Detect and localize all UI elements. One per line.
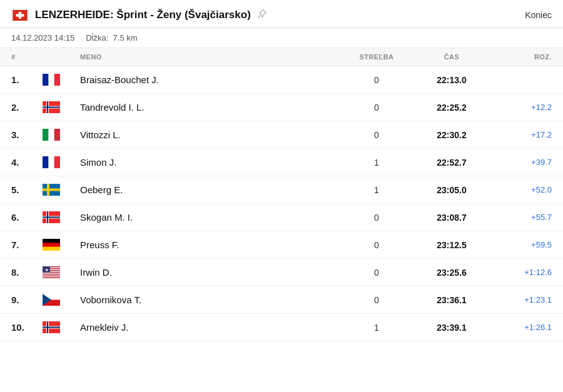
- rank-cell: 2.: [11, 102, 43, 113]
- diff-cell: +55.7: [489, 213, 552, 222]
- svg-rect-2: [16, 14, 24, 16]
- rank-cell: 6.: [11, 212, 43, 223]
- rank-cell: 8.: [11, 267, 43, 278]
- table-row[interactable]: 9. Vobornikova T. 0 23:36.1 +1:23.1: [0, 286, 563, 314]
- flag-cell: [43, 239, 80, 251]
- subheader: 14.12.2023 14:15 Dĺžka: 7.5 km: [0, 28, 563, 48]
- svg-rect-14: [43, 129, 48, 141]
- col-header-time: ČAS: [414, 53, 489, 61]
- svg-rect-6: [43, 74, 48, 86]
- rank-cell: 5.: [11, 184, 43, 195]
- name-cell: Skogan M. I.: [80, 212, 339, 223]
- name-cell: Preuss F.: [80, 239, 339, 250]
- col-header-name: MENO: [80, 53, 339, 61]
- page-header: LENZERHEIDE: Šprint - Ženy (Švajčiarsko)…: [0, 0, 563, 28]
- table-row[interactable]: 10. Arnekleiv J. 1 23:39.1 +1:26.1: [0, 314, 563, 341]
- col-header-shooting: STREĽBA: [339, 53, 414, 61]
- shooting-cell: 0: [339, 75, 414, 85]
- name-cell: Vittozzi L.: [80, 129, 339, 140]
- flag-cell: [43, 294, 80, 306]
- flag-cell: [43, 74, 80, 86]
- svg-rect-17: [43, 156, 48, 168]
- shooting-cell: 1: [339, 158, 414, 168]
- time-cell: 23:25.6: [414, 268, 489, 278]
- shooting-cell: 0: [339, 295, 414, 305]
- time-cell: 22:13.0: [414, 75, 489, 85]
- col-header-rank: #: [11, 53, 43, 61]
- shooting-cell: 0: [339, 240, 414, 250]
- name-cell: Vobornikova T.: [80, 294, 339, 305]
- table-row[interactable]: 2. Tandrevold I. L. 0 22:25.2 +12.2: [0, 94, 563, 121]
- rank-cell: 9.: [11, 294, 43, 305]
- name-cell: Oeberg E.: [80, 184, 339, 195]
- flag-cell: [43, 321, 80, 333]
- page-title: LENZERHEIDE: Šprint - Ženy (Švajčiarsko): [35, 9, 251, 21]
- diff-cell: +39.7: [489, 158, 552, 167]
- time-cell: 23:12.5: [414, 240, 489, 250]
- name-cell: Arnekleiv J.: [80, 322, 339, 333]
- diff-cell: +12.2: [489, 103, 552, 112]
- col-header-diff: ROZ.: [489, 53, 552, 61]
- col-header-flag: [43, 53, 80, 61]
- svg-rect-34: [43, 274, 60, 274]
- rank-cell: 3.: [11, 129, 43, 140]
- flag-cell: [43, 129, 80, 141]
- svg-line-3: [258, 16, 260, 18]
- time-cell: 23:05.0: [414, 185, 489, 195]
- time-cell: 22:52.7: [414, 158, 489, 168]
- table-row[interactable]: 4. Simon J. 1 22:52.7 +39.7: [0, 149, 563, 176]
- rank-cell: 10.: [11, 322, 43, 333]
- svg-rect-28: [43, 239, 60, 243]
- table-row[interactable]: 3. Vittozzi L. 0 22:30.2 +17.2: [0, 121, 563, 149]
- svg-rect-11: [43, 107, 60, 108]
- time-cell: 23:36.1: [414, 295, 489, 305]
- flag-cell: [43, 184, 80, 196]
- flag-cell: [43, 101, 80, 113]
- table-row[interactable]: 1. Braisaz-Bouchet J. 0 22:13.0: [0, 66, 563, 94]
- diff-cell: +1:12.6: [489, 268, 552, 277]
- rank-cell: 7.: [11, 239, 43, 250]
- name-cell: Simon J.: [80, 157, 339, 168]
- svg-rect-20: [43, 189, 60, 191]
- results-table: 1. Braisaz-Bouchet J. 0 22:13.0 2. Tandr…: [0, 66, 563, 341]
- table-row[interactable]: 5. Oeberg E. 1 23:05.0 +52.0: [0, 176, 563, 204]
- flag-cell: [43, 156, 80, 168]
- table-row[interactable]: 6. Skogan M. I. 0 23:08.7 +55.7: [0, 204, 563, 231]
- time-cell: 23:08.7: [414, 213, 489, 223]
- time-cell: 22:25.2: [414, 103, 489, 113]
- shooting-cell: 0: [339, 130, 414, 140]
- name-cell: Braisaz-Bouchet J.: [80, 74, 339, 85]
- pin-icon[interactable]: [257, 9, 267, 21]
- diff-cell: +1:23.1: [489, 295, 552, 304]
- diff-cell: +52.0: [489, 185, 552, 194]
- name-cell: Irwin D.: [80, 267, 339, 278]
- diff-cell: +17.2: [489, 130, 552, 139]
- shooting-cell: 0: [339, 268, 414, 278]
- header-left: LENZERHEIDE: Šprint - Ženy (Švajčiarsko): [11, 9, 267, 21]
- svg-rect-35: [43, 276, 60, 276]
- shooting-cell: 0: [339, 103, 414, 113]
- table-row[interactable]: 7. Preuss F. 0 23:12.5 +59.5: [0, 231, 563, 259]
- time-cell: 22:30.2: [414, 130, 489, 140]
- rank-cell: 1.: [11, 74, 43, 85]
- distance-label: Dĺžka: 7.5 km: [86, 33, 137, 43]
- svg-rect-36: [43, 278, 60, 278]
- rank-cell: 4.: [11, 157, 43, 168]
- table-row[interactable]: 8. ★ Irwin D. 0 23:25.6 +1:12.6: [0, 259, 563, 286]
- swiss-flag-icon: [11, 9, 29, 21]
- flag-cell: [43, 211, 80, 223]
- status-badge: Koniec: [525, 10, 552, 20]
- flag-cell: ★: [43, 266, 80, 278]
- time-cell: 23:39.1: [414, 323, 489, 333]
- shooting-cell: 0: [339, 213, 414, 223]
- event-date: 14.12.2023 14:15: [11, 33, 74, 43]
- table-header: # MENO STREĽBA ČAS ROZ.: [0, 48, 563, 66]
- diff-cell: +59.5: [489, 240, 552, 249]
- svg-rect-46: [43, 327, 60, 328]
- shooting-cell: 1: [339, 185, 414, 195]
- shooting-cell: 1: [339, 323, 414, 333]
- svg-rect-25: [43, 217, 60, 218]
- diff-cell: +1:26.1: [489, 323, 552, 332]
- name-cell: Tandrevold I. L.: [80, 102, 339, 113]
